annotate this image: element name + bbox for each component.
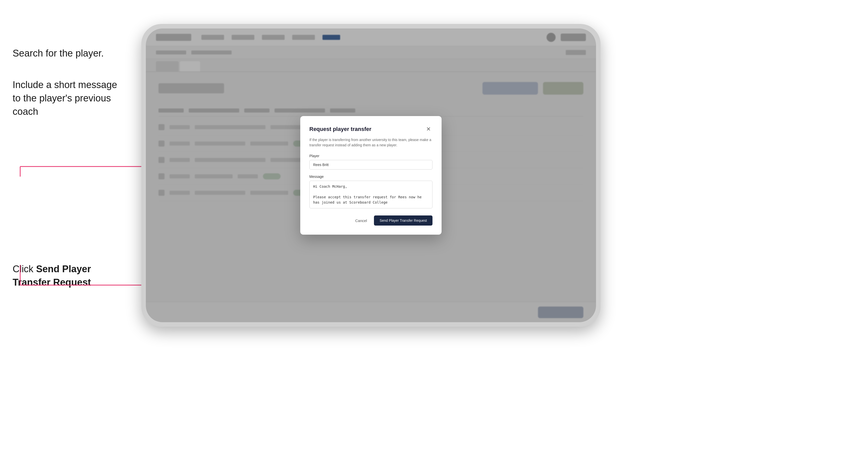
- message-field-label: Message: [309, 175, 433, 179]
- modal-title: Request player transfer: [309, 126, 371, 132]
- message-textarea[interactable]: Hi Coach McHarg, Please accept this tran…: [309, 181, 433, 208]
- annotation-message-text: Include a short messageto the player's p…: [12, 78, 136, 119]
- modal-overlay: Request player transfer ✕ If the player …: [146, 29, 596, 322]
- tablet-device: Request player transfer ✕ If the player …: [141, 24, 600, 327]
- annotation-search-text: Search for the player.: [12, 47, 104, 60]
- modal-close-button[interactable]: ✕: [425, 125, 433, 133]
- annotation-click-text: Click Send PlayerTransfer Request: [12, 262, 136, 289]
- send-transfer-request-button[interactable]: Send Player Transfer Request: [374, 215, 433, 225]
- player-field-label: Player: [309, 154, 433, 158]
- modal-description: If the player is transferring from anoth…: [309, 137, 433, 148]
- request-transfer-dialog: Request player transfer ✕ If the player …: [300, 116, 441, 235]
- modal-footer: Cancel Send Player Transfer Request: [309, 215, 433, 225]
- player-search-input[interactable]: [309, 160, 433, 169]
- modal-header: Request player transfer ✕: [309, 125, 433, 133]
- cancel-button[interactable]: Cancel: [351, 216, 371, 225]
